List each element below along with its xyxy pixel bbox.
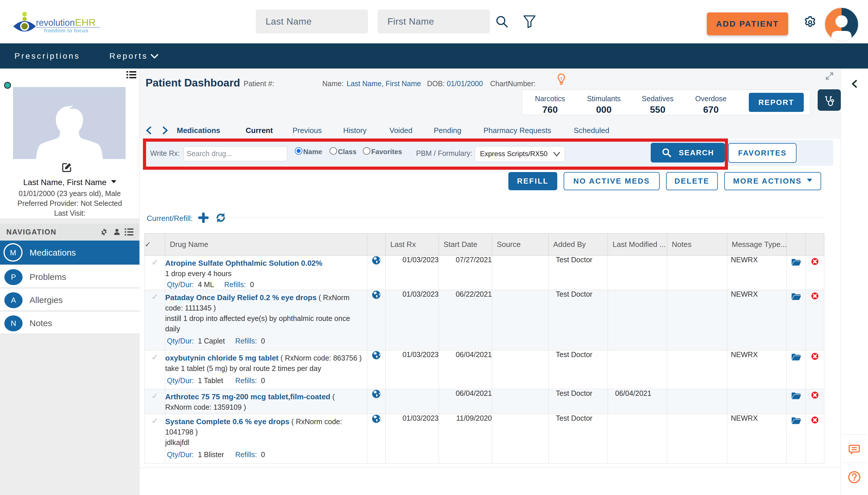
svg-text:EHR: EHR: [75, 17, 96, 28]
svg-text:freedom to focus: freedom to focus: [44, 28, 88, 34]
svg-text:revolution: revolution: [36, 18, 74, 28]
